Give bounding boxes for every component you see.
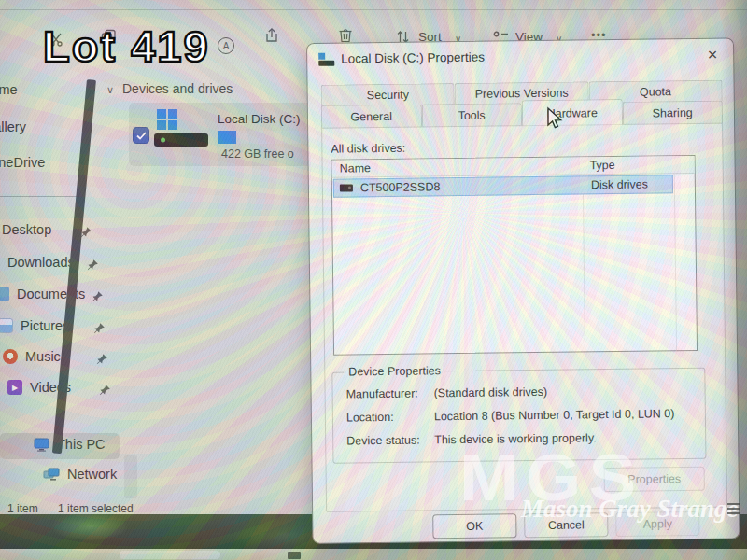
field-label: Location: bbox=[346, 411, 394, 425]
field-value: This device is working properly. bbox=[434, 431, 597, 446]
sidebar-label: Music bbox=[25, 349, 61, 364]
pin-icon bbox=[87, 259, 99, 271]
dialog-title: Local Disk (C:) Properties bbox=[341, 50, 485, 66]
tab-hardware[interactable]: Hardware bbox=[522, 99, 623, 126]
share-icon[interactable] bbox=[263, 27, 280, 44]
sidebar-label: Network bbox=[67, 467, 117, 482]
mouse-cursor bbox=[544, 106, 565, 131]
pin-icon bbox=[96, 353, 108, 365]
rename-icon[interactable]: A bbox=[218, 37, 234, 54]
ok-button[interactable]: OK bbox=[432, 513, 516, 539]
list-row-ct500p2ssd8[interactable]: CT500P2SSD8 Disk drives bbox=[333, 175, 673, 197]
sidebar-label: Gallery bbox=[0, 119, 26, 134]
device-type: Disk drives bbox=[591, 178, 648, 192]
tab-tools[interactable]: Tools bbox=[421, 103, 522, 127]
cancel-button[interactable]: Cancel bbox=[524, 512, 608, 538]
capacity-bar-fill bbox=[218, 131, 236, 144]
sidebar-item-home[interactable]: Home bbox=[0, 82, 18, 97]
pictures-icon bbox=[0, 318, 13, 333]
network-icon bbox=[43, 468, 60, 482]
field-label: Manufacturer: bbox=[346, 387, 418, 401]
this-pc-icon bbox=[34, 438, 49, 452]
drive-icon bbox=[154, 133, 208, 147]
sidebar-label: Pictures bbox=[21, 318, 69, 333]
tab-security[interactable]: Security bbox=[321, 83, 456, 106]
apply-button[interactable]: Apply bbox=[615, 511, 699, 537]
tab-sharing[interactable]: Sharing bbox=[622, 101, 723, 125]
sidebar-label: Downloads bbox=[7, 255, 75, 270]
taskbar-highlight bbox=[120, 551, 220, 559]
drive-checkbox[interactable] bbox=[133, 127, 149, 144]
properties-dialog: Local Disk (C:) Properties ✕ Security Pr… bbox=[306, 37, 740, 544]
sidebar-item-music[interactable]: Music bbox=[3, 349, 61, 364]
column-header-type[interactable]: Type bbox=[590, 159, 615, 172]
pin-icon bbox=[99, 384, 111, 396]
music-icon bbox=[3, 349, 18, 364]
menu-lines-artifact bbox=[727, 503, 740, 517]
field-value: Location 8 (Bus Number 0, Target Id 0, L… bbox=[434, 407, 675, 423]
sidebar-label: OneDrive bbox=[0, 155, 45, 170]
device-name: CT500P2SSD8 bbox=[360, 180, 441, 194]
cut-icon[interactable] bbox=[49, 32, 63, 47]
disk-drive-icon bbox=[340, 184, 353, 191]
drive-name: Local Disk (C:) bbox=[218, 112, 301, 126]
taskbar bbox=[0, 549, 747, 560]
drive-icon bbox=[318, 53, 335, 67]
sidebar-item-gallery[interactable]: Gallery bbox=[0, 119, 26, 134]
field-label: Device status: bbox=[346, 434, 420, 448]
tab-general[interactable]: General bbox=[321, 104, 422, 128]
sidebar-divider bbox=[0, 196, 82, 197]
sidebar-item-this-pc[interactable]: This PC bbox=[34, 437, 106, 452]
statusbar-selected-count: 1 item selected bbox=[58, 502, 134, 515]
sidebar-label: Home bbox=[0, 82, 18, 97]
chevron-down-icon[interactable]: ∨ bbox=[106, 84, 114, 96]
sidebar-label: Desktop bbox=[2, 222, 51, 237]
column-header-name[interactable]: Name bbox=[340, 161, 372, 175]
sidebar-item-desktop[interactable]: Desktop bbox=[2, 222, 51, 237]
toolbar-divider bbox=[0, 9, 747, 10]
disk-drives-list[interactable]: Name Type CT500P2SSD8 Disk drives bbox=[331, 155, 698, 356]
section-header: Devices and drives bbox=[122, 81, 233, 96]
pin-icon bbox=[93, 322, 106, 334]
device-properties-group: Device Properties Manufacturer: (Standar… bbox=[331, 368, 706, 464]
pin-icon bbox=[92, 290, 104, 302]
delete-icon[interactable] bbox=[338, 27, 353, 43]
group-title: Device Properties bbox=[344, 364, 445, 378]
sidebar-label: This PC bbox=[57, 437, 106, 452]
videos-icon: ▶ bbox=[7, 380, 22, 395]
sidebar-item-network[interactable]: Network bbox=[43, 467, 117, 482]
lot-number-watermark: Lot 419 bbox=[43, 21, 210, 72]
close-icon[interactable]: ✕ bbox=[701, 45, 724, 65]
documents-icon bbox=[0, 287, 9, 301]
statusbar-item-count: 1 item bbox=[7, 502, 38, 515]
sidebar-scrollbar-track[interactable] bbox=[124, 455, 137, 498]
taskbar-icon bbox=[288, 552, 301, 559]
field-value: (Standard disk drives) bbox=[434, 385, 548, 399]
photographed-monitor: A Sort ∨ View ∨ ••• Home Gallery OneDriv… bbox=[0, 0, 747, 560]
sidebar-item-downloads[interactable]: Downloads bbox=[7, 255, 75, 270]
sidebar-item-onedrive[interactable]: OneDrive bbox=[0, 155, 45, 170]
copy-icon[interactable] bbox=[101, 29, 117, 45]
sidebar-item-pictures[interactable]: Pictures bbox=[0, 318, 69, 333]
drive-free-space: 422 GB free o bbox=[221, 147, 294, 161]
properties-button[interactable]: Properties bbox=[604, 467, 705, 492]
rename-glyph: A bbox=[223, 41, 230, 51]
column-divider[interactable] bbox=[674, 156, 678, 350]
list-label: All disk drives: bbox=[331, 142, 405, 156]
drive-tile-local-disk-c[interactable]: Local Disk (C:) 422 GB free o bbox=[129, 103, 329, 166]
windows-logo-icon bbox=[157, 109, 177, 130]
